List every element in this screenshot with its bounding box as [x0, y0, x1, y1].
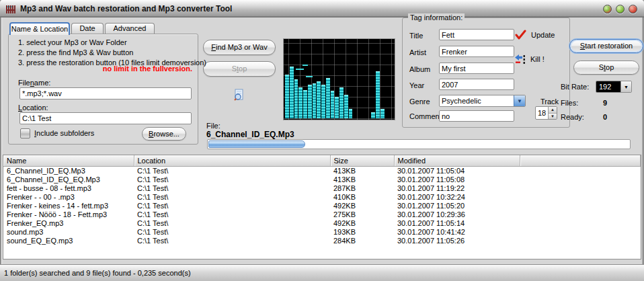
restoration-progress-bar	[207, 139, 631, 149]
maximize-button[interactable]	[616, 5, 625, 13]
genre-dropdown-icon[interactable]: ▼	[514, 95, 525, 106]
table-row[interactable]: Frenker - keines - 14 - fett.mp3C:\1 Tes…	[3, 202, 641, 210]
location-label: Location:	[18, 104, 48, 112]
spectrum-bar	[308, 85, 312, 118]
track-down-icon[interactable]: ▼	[549, 114, 557, 120]
spectrum-bar	[380, 109, 385, 118]
spectrum-bar	[371, 112, 375, 118]
tab-name-location[interactable]: Name & Location	[9, 22, 70, 35]
column-header-location[interactable]: Location	[134, 155, 330, 166]
year-label: Year	[409, 81, 424, 89]
album-input[interactable]	[439, 63, 514, 74]
filename-input[interactable]	[19, 87, 192, 99]
bitrate-combobox[interactable]: 192 ▼	[596, 81, 632, 93]
comment-label: Comment	[409, 112, 442, 120]
column-header-size[interactable]: Size	[330, 155, 394, 166]
comment-input[interactable]	[439, 110, 514, 122]
artist-input[interactable]	[439, 46, 514, 57]
table-row[interactable]: 6_Channel_ID_EQ.Mp3C:\1 Test\413KB30.01.…	[3, 166, 641, 175]
find-mp3-wav-button[interactable]: Find Mp3 or Wav	[203, 40, 276, 55]
ready-count: 0	[603, 113, 607, 121]
spectrum-bar	[298, 87, 303, 118]
browse-button[interactable]: Browse...	[142, 127, 186, 140]
files-label: Files:	[561, 99, 578, 107]
spectrum-bar	[344, 95, 348, 118]
spectrum-bar	[317, 81, 321, 118]
spectrum-bars	[285, 40, 393, 118]
file-search-icon	[233, 88, 246, 102]
status-text: 1 folder(s) searched and 9 file(s) found…	[4, 269, 191, 277]
minimize-button[interactable]	[603, 5, 612, 13]
table-row[interactable]: sound.mp3C:\1 Test\193KB30.01.2007 10:41…	[3, 228, 641, 237]
filename-label: Filename:	[18, 79, 50, 87]
file-table-body: 6_Channel_ID_EQ.Mp3C:\1 Test\413KB30.01.…	[3, 166, 641, 245]
column-header-name[interactable]: Name	[3, 155, 134, 166]
spectrum-bar	[331, 91, 335, 118]
demo-note: no limit in the fullversion.	[103, 65, 192, 73]
year-input[interactable]	[439, 79, 514, 90]
stop-search-button[interactable]: Stop	[203, 61, 276, 77]
search-panel: 1. select your Mp3 or Wav Folder 2. pres…	[8, 34, 198, 145]
spectrum-bar	[294, 79, 298, 118]
spectrum-bar	[376, 71, 380, 118]
table-row[interactable]: Frenker - - 00 - .mp3C:\1 Test\410KB30.0…	[3, 193, 641, 202]
column-header-modified[interactable]: Modified	[394, 155, 520, 166]
file-list: Name Location Size Modified 6_Channel_ID…	[3, 155, 641, 259]
instruction-line-2: 2. press the find Mp3 & Wav button	[18, 48, 133, 56]
column-header-extra	[520, 155, 641, 166]
spectrum-bar	[326, 78, 330, 118]
current-file-label: File:	[206, 122, 220, 130]
bitrate-dropdown-icon[interactable]: ▼	[620, 81, 631, 92]
start-restoration-button[interactable]: Start restoration	[569, 39, 643, 53]
genre-label: Genre	[409, 97, 430, 106]
bitrate-label: Bit Rate:	[561, 83, 589, 91]
table-row[interactable]: sound_EQ_EQ.mp3C:\1 Test\284KB30.01.2007…	[3, 237, 641, 245]
track-up-icon[interactable]: ▲	[549, 107, 557, 114]
spectrum-bar	[339, 87, 344, 118]
stop-restoration-button[interactable]: Stop	[573, 61, 639, 75]
include-subfolders-label: Include subfolders	[34, 129, 94, 137]
update-button[interactable]: Update	[515, 30, 555, 40]
tag-information-legend: Tag information:	[408, 13, 465, 22]
spectrum-bar	[313, 83, 317, 118]
progress-fill	[208, 140, 305, 148]
kill-arrow-icon	[515, 54, 526, 65]
genre-value: Psychedelic	[440, 95, 514, 106]
table-row[interactable]: 6_Channel_ID_EQ_EQ.Mp3C:\1 Test\413KB30.…	[3, 175, 641, 184]
instruction-line-1: 1. select your Mp3 or Wav Folder	[18, 38, 127, 46]
title-bar[interactable]: Mp3 and Wav batch restoration and Mp3 co…	[0, 0, 644, 17]
tab-date[interactable]: Date	[71, 23, 104, 34]
album-label: Album	[409, 65, 430, 73]
spectrum-bar	[335, 97, 339, 118]
window-title: Mp3 and Wav batch restoration and Mp3 co…	[20, 4, 232, 13]
table-row[interactable]: Frenker_EQ.mp3C:\1 Test\492KB30.01.2007 …	[3, 219, 641, 228]
current-file-name: 6_Channel_ID_EQ.Mp3	[206, 130, 294, 139]
table-row[interactable]: fett - busse - 08 - fett.mp3C:\1 Test\28…	[3, 184, 641, 193]
spectrum-bar	[349, 109, 353, 118]
spectrum-dash	[303, 65, 308, 66]
spectrum-dash	[306, 76, 313, 77]
genre-combobox[interactable]: Psychedelic ▼	[439, 95, 526, 107]
include-subfolders-checkbox[interactable]	[20, 128, 30, 138]
spectrum-visualizer	[283, 38, 395, 120]
title-label: Title	[409, 32, 423, 40]
title-input[interactable]	[439, 29, 514, 40]
spectrum-bar	[290, 67, 294, 118]
artist-label: Artist	[409, 48, 426, 56]
kill-button[interactable]: Kill !	[515, 54, 545, 65]
ready-label: Ready:	[561, 113, 584, 121]
location-input[interactable]	[19, 112, 192, 124]
tab-advanced[interactable]: Advanced	[105, 23, 155, 34]
table-row[interactable]: Frenker - Nööö - 18 - Fett.mp3C:\1 Test\…	[3, 210, 641, 219]
tag-information-group: Tag information: Title Artist Album Year…	[402, 17, 570, 128]
track-label: Track	[540, 97, 559, 106]
app-window: Mp3 and Wav batch restoration and Mp3 co…	[0, 0, 644, 281]
equalizer-app-icon	[5, 3, 16, 14]
spectrum-bar	[303, 90, 307, 118]
red-check-icon	[515, 30, 526, 40]
close-button[interactable]	[629, 5, 637, 13]
spectrum-dash	[296, 69, 304, 70]
track-spinner[interactable]: 18 ▲ ▼	[535, 106, 557, 120]
track-value: 18	[536, 107, 548, 119]
files-count: 9	[603, 99, 607, 107]
